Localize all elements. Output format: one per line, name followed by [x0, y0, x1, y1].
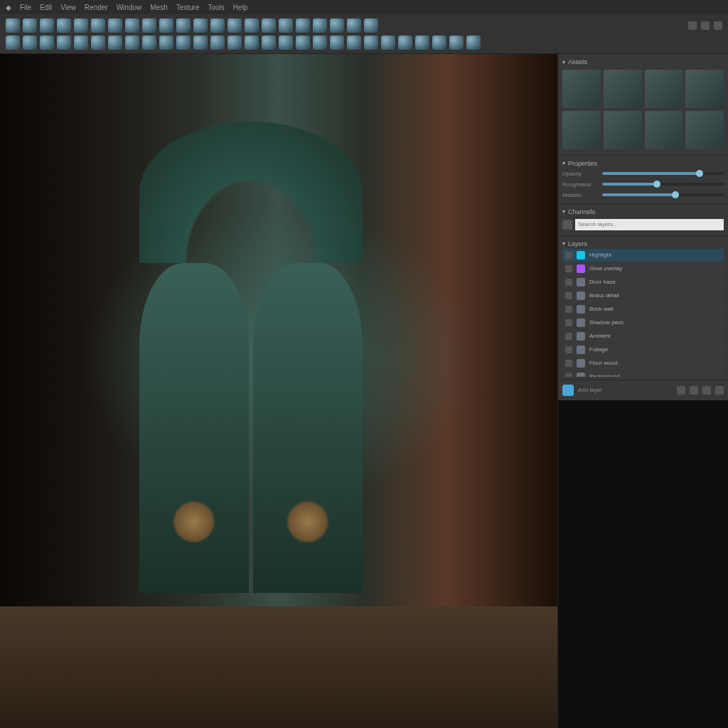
layer-item[interactable]: Door base [562, 276, 724, 289]
footer-icon-1[interactable] [677, 386, 685, 395]
tool-button[interactable] [296, 36, 310, 50]
tool-button[interactable] [330, 18, 344, 33]
layer-visibility-icon[interactable] [565, 279, 572, 286]
menu-tools[interactable]: Tools [208, 4, 225, 11]
slider-track[interactable] [602, 183, 724, 186]
menu-edit[interactable]: Edit [40, 4, 52, 11]
asset-thumb[interactable] [645, 70, 683, 108]
asset-thumb[interactable] [562, 111, 601, 149]
tool-button[interactable] [466, 36, 481, 50]
tool-button[interactable] [279, 18, 293, 33]
properties-header[interactable]: Properties [562, 159, 724, 168]
asset-thumb[interactable] [685, 111, 724, 149]
tool-button[interactable] [74, 18, 88, 33]
tool-button[interactable] [347, 36, 361, 50]
menu-file[interactable]: File [20, 4, 31, 11]
slider-track[interactable] [602, 193, 724, 196]
tool-button[interactable] [262, 36, 276, 50]
tool-button[interactable] [125, 18, 139, 33]
tool-button[interactable] [176, 18, 191, 33]
layer-item[interactable]: Brick wall [562, 303, 724, 316]
tool-button[interactable] [40, 18, 54, 33]
footer-icon-2[interactable] [690, 386, 698, 395]
trash-icon[interactable] [715, 386, 724, 395]
viewport[interactable] [0, 54, 557, 728]
tool-button[interactable] [347, 18, 361, 33]
layer-visibility-icon[interactable] [565, 306, 572, 313]
tool-button[interactable] [125, 36, 139, 50]
tool-button[interactable] [296, 18, 310, 33]
tool-button[interactable] [193, 36, 208, 50]
tool-button[interactable] [176, 36, 191, 50]
layer-item[interactable]: Floor wood [562, 357, 724, 370]
tool-button[interactable] [91, 36, 105, 50]
tool-button[interactable] [108, 18, 122, 33]
layer-item[interactable]: Foliage [562, 343, 724, 356]
layer-visibility-icon[interactable] [565, 346, 572, 353]
tool-button[interactable] [23, 18, 37, 33]
tool-button[interactable] [142, 18, 156, 33]
tool-button[interactable] [193, 18, 208, 33]
workspace-icon-2[interactable] [701, 21, 710, 30]
layer-item[interactable]: Ambient [562, 330, 724, 343]
menu-texture[interactable]: Texture [176, 4, 200, 11]
assets-header[interactable]: Assets [562, 57, 724, 67]
tool-button[interactable] [262, 18, 276, 33]
add-layer-button[interactable] [562, 385, 574, 396]
layer-visibility-icon[interactable] [565, 360, 572, 367]
tool-button[interactable] [398, 36, 412, 50]
tool-button[interactable] [159, 36, 173, 50]
layer-visibility-icon[interactable] [565, 319, 572, 326]
tool-button[interactable] [313, 36, 327, 50]
channels-header[interactable]: Channels [562, 207, 724, 217]
tool-button[interactable] [381, 36, 395, 50]
tool-button[interactable] [142, 36, 156, 50]
asset-thumb[interactable] [562, 70, 601, 108]
tool-button[interactable] [57, 36, 71, 50]
tool-button[interactable] [6, 18, 20, 33]
layer-search-input[interactable] [575, 219, 724, 230]
layer-visibility-icon[interactable] [565, 292, 572, 299]
asset-thumb[interactable] [604, 111, 642, 149]
layer-visibility-icon[interactable] [565, 265, 572, 272]
tool-button[interactable] [40, 36, 54, 50]
menu-help[interactable]: Help [233, 4, 248, 11]
menu-view[interactable]: View [60, 4, 76, 11]
tool-button[interactable] [245, 36, 259, 50]
menu-mesh[interactable]: Mesh [150, 4, 167, 11]
layers-header[interactable]: Layers [562, 239, 724, 249]
tool-button[interactable] [210, 18, 225, 33]
layer-visibility-icon[interactable] [565, 252, 572, 259]
tool-button[interactable] [364, 18, 378, 33]
layer-item[interactable]: Highlight [562, 249, 724, 262]
slider-track[interactable] [602, 172, 724, 175]
tool-button[interactable] [415, 36, 429, 50]
workspace-icon-1[interactable] [688, 21, 697, 30]
menu-window[interactable]: Window [117, 4, 142, 11]
tool-button[interactable] [210, 36, 225, 50]
tool-button[interactable] [57, 18, 71, 33]
layer-item[interactable]: Background [562, 370, 724, 377]
tool-button[interactable] [228, 36, 242, 50]
tool-button[interactable] [279, 36, 293, 50]
search-icon[interactable] [562, 220, 572, 230]
tool-button[interactable] [313, 18, 327, 33]
tool-button[interactable] [449, 36, 464, 50]
user-icon[interactable] [714, 21, 722, 30]
tool-button[interactable] [23, 36, 37, 50]
layer-visibility-icon[interactable] [565, 373, 572, 377]
tool-button[interactable] [330, 36, 344, 50]
layer-visibility-icon[interactable] [565, 333, 572, 340]
layer-item[interactable]: Brass detail [562, 289, 724, 302]
tool-button[interactable] [91, 18, 105, 33]
tool-button[interactable] [364, 36, 378, 50]
tool-button[interactable] [159, 18, 173, 33]
tool-button[interactable] [245, 18, 259, 33]
tool-button[interactable] [228, 18, 242, 33]
tool-button[interactable] [108, 36, 122, 50]
tool-button[interactable] [74, 36, 88, 50]
layer-item[interactable]: Shadow pass [562, 316, 724, 329]
footer-icon-3[interactable] [702, 386, 711, 395]
asset-thumb[interactable] [604, 70, 642, 108]
asset-thumb[interactable] [645, 111, 683, 149]
